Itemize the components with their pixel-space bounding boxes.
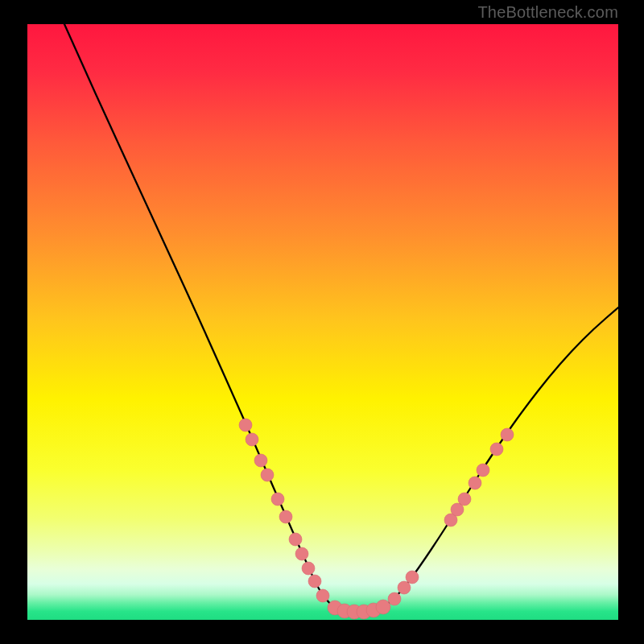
data-point — [302, 562, 315, 575]
data-point — [316, 589, 329, 602]
data-point — [308, 575, 321, 588]
data-point — [295, 547, 308, 560]
data-point — [398, 581, 411, 594]
curve-layer — [27, 24, 618, 620]
data-point — [458, 493, 471, 506]
plot-area — [27, 24, 618, 620]
data-point — [261, 469, 274, 481]
data-point — [490, 443, 503, 456]
bottleneck-curve — [64, 24, 618, 613]
data-point — [271, 493, 284, 506]
data-point — [406, 571, 419, 584]
data-point — [388, 592, 401, 605]
data-point — [279, 510, 292, 523]
watermark-text: TheBottleneck.com — [477, 3, 618, 22]
data-point — [376, 600, 390, 614]
data-point — [254, 454, 267, 467]
chart-frame: TheBottleneck.com — [0, 0, 644, 644]
data-point — [239, 419, 252, 431]
data-point — [501, 428, 514, 441]
data-point — [289, 533, 302, 546]
data-point — [246, 433, 258, 446]
data-point — [477, 464, 489, 477]
data-point — [469, 477, 481, 489]
